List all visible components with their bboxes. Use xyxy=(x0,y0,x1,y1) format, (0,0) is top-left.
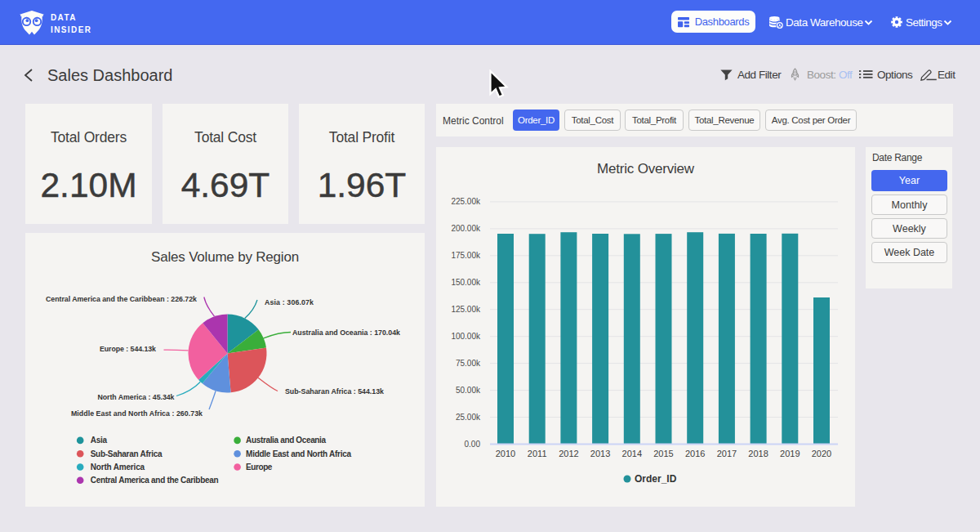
svg-text:Australia and Oceania: Australia and Oceania xyxy=(246,436,326,445)
svg-text:25.00k: 25.00k xyxy=(456,413,481,422)
svg-text:Middle East and North Africa :: Middle East and North Africa : 260.73k xyxy=(71,409,203,418)
svg-text:50.00k: 50.00k xyxy=(456,386,481,395)
svg-text:2018: 2018 xyxy=(748,449,768,458)
svg-text:North America: North America xyxy=(91,463,145,472)
svg-text:2020: 2020 xyxy=(812,449,831,458)
svg-text:Sub-Saharan Africa : 544.13k: Sub-Saharan Africa : 544.13k xyxy=(285,387,384,396)
svg-text:2015: 2015 xyxy=(653,449,673,458)
svg-text:2019: 2019 xyxy=(780,449,800,458)
svg-text:Europe: Europe xyxy=(246,463,273,472)
svg-text:2010: 2010 xyxy=(496,449,515,458)
svg-text:2016: 2016 xyxy=(685,449,705,458)
svg-text:2017: 2017 xyxy=(717,449,737,458)
svg-text:North America : 45.34k: North America : 45.34k xyxy=(98,393,175,401)
svg-text:2011: 2011 xyxy=(528,449,547,458)
svg-text:0.00: 0.00 xyxy=(465,440,481,449)
svg-text:75.00k: 75.00k xyxy=(456,359,481,368)
svg-text:200.00k: 200.00k xyxy=(451,224,481,233)
svg-text:Sub-Saharan Africa: Sub-Saharan Africa xyxy=(91,449,163,458)
svg-text:Asia: Asia xyxy=(91,436,108,445)
svg-text:175.00k: 175.00k xyxy=(451,251,481,260)
svg-text:Middle East and North Africa: Middle East and North Africa xyxy=(246,449,351,458)
svg-text:2013: 2013 xyxy=(590,449,610,458)
svg-text:225.00k: 225.00k xyxy=(451,197,481,206)
svg-text:Central America and the Caribb: Central America and the Caribbean xyxy=(91,476,219,485)
svg-text:Australia and Oceania : 170.04: Australia and Oceania : 170.04k xyxy=(292,329,400,337)
svg-text:150.00k: 150.00k xyxy=(451,278,481,287)
svg-text:125.00k: 125.00k xyxy=(451,305,481,314)
svg-text:Order_ID: Order_ID xyxy=(635,473,677,485)
svg-text:2014: 2014 xyxy=(622,449,642,458)
svg-text:Asia : 306.07k: Asia : 306.07k xyxy=(265,298,314,306)
svg-text:2012: 2012 xyxy=(559,449,578,458)
svg-text:100.00k: 100.00k xyxy=(451,332,481,341)
svg-text:Europe : 544.13k: Europe : 544.13k xyxy=(100,345,156,353)
svg-text:Central America and the Caribb: Central America and the Caribbean : 226.… xyxy=(46,295,197,303)
